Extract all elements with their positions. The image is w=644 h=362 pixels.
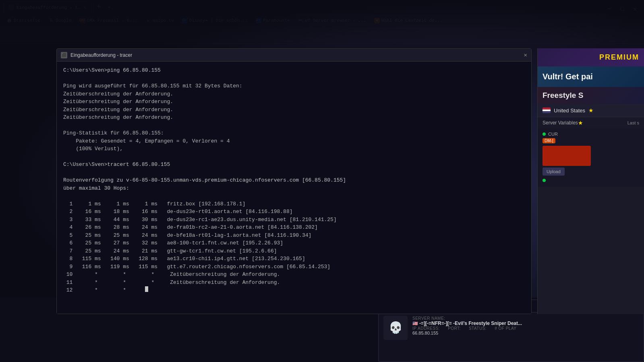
server-logo-image: 💀 — [389, 321, 403, 335]
timeout-1: Zeitüberschreitung der Anforderung. — [63, 90, 525, 98]
star-icon[interactable]: ★ — [588, 107, 594, 114]
server-variables-label: Server Variables — [543, 120, 578, 126]
ping-stats-header: Ping-Statistik für 66.85.80.155: — [63, 129, 525, 137]
ping-stats-loss: (100% Verlust), — [63, 145, 525, 153]
hop-3: 3 33 ms 44 ms 30 ms de-dus23e-rc1-ae23.d… — [63, 216, 525, 224]
players-section: # OF PLAY — [495, 326, 516, 337]
status-section: STATUS: — [469, 326, 487, 337]
hop-2: 2 16 ms 18 ms 16 ms de-dus23e-rt01.aorta… — [63, 208, 525, 216]
port-label: PORT: — [448, 326, 461, 331]
terminal-window[interactable]: ⬛ Eingabeaufforderung - tracer ✕ C:\User… — [56, 48, 532, 314]
vultr-label: Vultr! Get pai — [543, 72, 593, 81]
hop-10: 10 * * * Zeitüberschreitung der Anforder… — [63, 271, 525, 279]
hop-9: 9 116 ms 119 ms 115 ms gtt.e7.router2.ch… — [63, 263, 525, 271]
green-dot — [543, 132, 546, 136]
hop-8: 8 115 ms 140 ms 128 ms ae13.cr10-chi1.ip… — [63, 255, 525, 263]
cur-label: CUR — [548, 132, 558, 137]
server-name-value: -=][-=NFR=-][= -Evil's Freestyle Sniper … — [419, 321, 522, 326]
tracert-command: C:\Users\Sven>tracert 66.85.80.155 — [63, 161, 525, 169]
ip-section: IP ADDRESS: 66.85.80.155 — [412, 326, 440, 337]
terminal-title-bar: ⬛ Eingabeaufforderung - tracer ✕ — [57, 49, 531, 62]
server-name-label-row: SERVER NAME: — [412, 316, 639, 321]
freestyle-label: Freestyle S — [543, 91, 583, 99]
cur-status-line: CUR — [543, 132, 639, 137]
us-flag-icon — [543, 108, 551, 113]
last-s-label: Last s — [627, 120, 639, 125]
hop-1: 1 1 ms 1 ms 1 ms fritz.box [192.168.178.… — [63, 200, 525, 208]
timeout-4: Zeitüberschreitung der Anforderung. — [63, 114, 525, 122]
ping-stats-packets: Pakete: Gesendet = 4, Empfangen = 0, Ver… — [63, 137, 525, 145]
ping-intro: Ping wird ausgeführt für 66.85.80.155 mi… — [63, 82, 525, 90]
port-section: PORT: — [448, 326, 461, 337]
tracert-maxhops: über maximal 30 Hops: — [63, 184, 525, 192]
second-green-dot-line — [543, 179, 639, 182]
server-info: SERVER NAME: 🇺🇸 -=][-=NFR=-][= -Evil's F… — [412, 316, 639, 340]
blank-1 — [63, 74, 525, 83]
country-row: United States ★ — [538, 104, 644, 117]
terminal-content: C:\Users\Sven>ping 66.85.80.155 Ping wir… — [63, 66, 525, 294]
timeout-2: Zeitüberschreitung der Anforderung. — [63, 98, 525, 106]
premium-label: PREMIUM — [599, 53, 639, 61]
timeout-3: Zeitüberschreitung der Anforderung. — [63, 106, 525, 114]
blank-3 — [63, 153, 525, 161]
game-server-content: 💀 SERVER NAME: 🇺🇸 -=][-=NFR=-][= -Evil's… — [379, 312, 644, 343]
server-variables-row[interactable]: Server Variables ★ Last s — [538, 117, 644, 128]
players-label: # OF PLAY — [495, 326, 516, 331]
ip-value: 66.85.80.155 — [412, 331, 440, 335]
dm-badge: DM-[ — [543, 138, 555, 143]
hop-7: 7 25 ms 24 ms 21 ms gtt-gw-tcr1.fnt.cw.n… — [63, 247, 525, 255]
right-panel: PREMIUM Vultr! Get pai Freestyle S Unite… — [537, 48, 644, 314]
blank-2 — [63, 122, 525, 130]
server-name-value-row: 🇺🇸 -=][-=NFR=-][= -Evil's Freestyle Snip… — [412, 321, 639, 326]
tracert-dest: Routenverfolgung zu v-66-85-80-155.unman… — [63, 176, 525, 184]
blank-5 — [63, 192, 525, 200]
second-green-dot — [543, 179, 546, 182]
terminal-title: Eingabeaufforderung - tracer — [70, 52, 521, 58]
hop-12: 12 * * — [63, 286, 525, 294]
server-name-label: SERVER NAME: — [412, 316, 445, 321]
status-label: STATUS: — [469, 326, 487, 331]
terminal-close-button[interactable]: ✕ — [524, 52, 527, 58]
premium-banner[interactable]: PREMIUM — [538, 48, 644, 66]
country-name: United States — [554, 108, 585, 114]
hop-11: 11 * * * Zeitüberschreitung der Anforder… — [63, 279, 525, 287]
freestyle-banner[interactable]: Freestyle S — [538, 87, 644, 104]
status-indicators: CUR DM-[ Upload — [538, 128, 644, 187]
vultr-banner[interactable]: Vultr! Get pai — [538, 66, 644, 87]
cursor-blink — [145, 286, 148, 292]
blank-4 — [63, 169, 525, 177]
hop-4: 4 26 ms 28 ms 24 ms de-fra01b-rc2-ae-21-… — [63, 223, 525, 232]
terminal-icon: ⬛ — [61, 52, 67, 58]
upload-button[interactable]: Upload — [543, 168, 565, 176]
hop-5: 5 25 ms 25 ms 24 ms de-bfe18a-rt01-lag-1… — [63, 232, 525, 240]
terminal-body[interactable]: C:\Users\Sven>ping 66.85.80.155 Ping wir… — [57, 62, 531, 314]
server-logo: 💀 — [383, 316, 408, 340]
dm-status-line: DM-[ — [543, 138, 639, 143]
ip-label: IP ADDRESS: — [412, 326, 440, 331]
us-flag-small: 🇺🇸 — [412, 321, 418, 326]
red-thumbnail — [543, 146, 591, 166]
server-vars-star: ★ — [578, 120, 583, 126]
server-details-row: IP ADDRESS: 66.85.80.155 PORT: STATUS: #… — [412, 326, 639, 337]
ping-command: C:\Users\Sven>ping 66.85.80.155 — [63, 66, 525, 74]
hop-6: 6 25 ms 27 ms 32 ms ae8-100-tcr1.fnt.cw.… — [63, 239, 525, 247]
